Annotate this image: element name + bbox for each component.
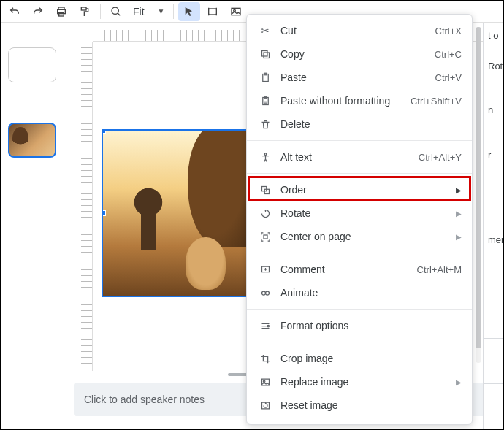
menu-shortcut: Ctrl+Alt+Y — [419, 152, 462, 163]
menu-shortcut: Ctrl+C — [435, 49, 462, 60]
select-tool-button[interactable] — [178, 2, 200, 21]
menu-item-center-on-page[interactable]: Center on page ▶ — [247, 225, 472, 248]
image-tool-button[interactable] — [225, 2, 247, 21]
menu-label: Reset image — [273, 399, 462, 411]
menu-label: Delete — [273, 118, 462, 130]
chevron-down-icon: ▼ — [158, 7, 165, 15]
toolbar-separator — [100, 4, 101, 19]
svg-point-23 — [263, 380, 265, 383]
menu-separator — [247, 309, 472, 310]
redo-button[interactable] — [27, 2, 49, 21]
menu-item-cut[interactable]: ✂ Cut Ctrl+X — [247, 19, 472, 42]
svg-rect-22 — [261, 379, 269, 385]
menu-item-order[interactable]: Order ▶ — [247, 178, 472, 201]
svg-rect-6 — [232, 8, 240, 15]
menu-label: Rotate — [273, 207, 451, 219]
menu-shortcut: Ctrl+X — [435, 26, 462, 37]
order-icon — [257, 185, 273, 196]
zoom-label: Fit — [133, 6, 145, 18]
paint-format-button[interactable] — [74, 2, 96, 21]
panel-separator — [484, 383, 503, 384]
menu-label: Crop image — [273, 353, 462, 364]
zoom-out-button[interactable] — [105, 2, 127, 21]
svg-rect-9 — [261, 50, 267, 56]
image-scenery — [186, 237, 226, 290]
slide-thumbnail-panel — [8, 47, 59, 198]
panel-text: Rota — [488, 61, 504, 72]
panel-text: men — [488, 234, 504, 245]
menu-shortcut: Ctrl+Shift+V — [411, 96, 462, 107]
selected-image[interactable] — [102, 129, 248, 297]
copy-icon — [257, 49, 273, 60]
textbox-tool-button[interactable] — [202, 2, 224, 21]
accessibility-icon — [257, 152, 273, 163]
context-menu-scrollbar[interactable] — [476, 27, 481, 363]
panel-text: t o — [488, 30, 498, 41]
panel-text: n — [488, 104, 493, 115]
menu-shortcut: Ctrl+Alt+M — [417, 264, 462, 275]
delete-icon — [257, 119, 273, 130]
panel-separator — [484, 338, 503, 339]
menu-item-format-options[interactable]: Format options — [247, 314, 472, 337]
menu-separator — [247, 253, 472, 253]
cut-icon: ✂ — [257, 25, 273, 37]
menu-item-reset-image[interactable]: Reset image — [247, 393, 472, 417]
svg-rect-17 — [264, 235, 267, 239]
menu-label: Comment — [273, 264, 417, 275]
menu-separator — [247, 342, 472, 342]
resize-handle[interactable] — [102, 210, 106, 216]
format-options-icon — [257, 320, 273, 331]
menu-item-crop-image[interactable]: Crop image — [247, 347, 472, 370]
resize-handle[interactable] — [102, 129, 106, 134]
svg-point-20 — [265, 291, 269, 295]
animate-icon — [257, 288, 273, 299]
menu-item-replace-image[interactable]: Replace image ▶ — [247, 370, 472, 393]
svg-rect-8 — [264, 53, 270, 58]
menu-label: Replace image — [273, 376, 451, 388]
svg-rect-5 — [209, 9, 217, 15]
menu-item-rotate[interactable]: Rotate ▶ — [247, 201, 472, 225]
center-icon — [257, 231, 273, 242]
submenu-arrow-icon: ▶ — [456, 186, 462, 194]
menu-item-animate[interactable]: Animate — [247, 281, 472, 304]
paste-plain-icon — [257, 96, 273, 107]
reset-image-icon — [257, 400, 273, 411]
rotate-icon — [257, 208, 273, 219]
print-button[interactable] — [50, 2, 72, 21]
resize-handle[interactable] — [102, 296, 106, 297]
menu-item-delete[interactable]: Delete — [247, 112, 472, 136]
menu-item-alt-text[interactable]: Alt text Ctrl+Alt+Y — [247, 145, 472, 169]
vertical-ruler — [81, 42, 93, 371]
panel-text: r — [488, 150, 491, 161]
menu-label: Format options — [273, 320, 462, 331]
submenu-arrow-icon: ▶ — [456, 378, 462, 386]
format-options-panel: t o Rota n r men — [483, 23, 503, 429]
replace-image-icon — [257, 377, 273, 388]
menu-item-copy[interactable]: Copy Ctrl+C — [247, 42, 472, 66]
svg-point-4 — [112, 7, 118, 14]
menu-label: Order — [273, 184, 451, 196]
menu-label: Paste without formatting — [273, 95, 411, 107]
submenu-arrow-icon: ▶ — [456, 210, 462, 218]
undo-button[interactable] — [4, 2, 26, 21]
menu-label: Paste — [273, 72, 435, 83]
crop-icon — [257, 353, 273, 364]
svg-rect-3 — [81, 7, 86, 10]
slide-thumbnail-active[interactable] — [8, 123, 56, 158]
menu-label: Animate — [273, 287, 462, 299]
svg-point-21 — [267, 325, 270, 327]
menu-item-paste-without-formatting[interactable]: Paste without formatting Ctrl+Shift+V — [247, 89, 472, 112]
menu-item-comment[interactable]: Comment Ctrl+Alt+M — [247, 258, 472, 281]
paste-icon — [257, 72, 273, 83]
slide-thumbnail[interactable] — [8, 47, 56, 82]
menu-label: Alt text — [273, 151, 419, 163]
zoom-dropdown[interactable]: Fit ▼ — [129, 2, 169, 21]
svg-point-19 — [261, 291, 265, 295]
menu-item-paste[interactable]: Paste Ctrl+V — [247, 66, 472, 89]
submenu-arrow-icon: ▶ — [456, 233, 462, 241]
image-scenery — [188, 129, 248, 247]
menu-label: Copy — [273, 48, 435, 60]
speaker-notes-placeholder: Click to add speaker notes — [84, 393, 205, 405]
context-menu: ✂ Cut Ctrl+X Copy Ctrl+C Paste Ctrl+V Pa… — [246, 14, 473, 425]
scrollbar-thumb[interactable] — [476, 27, 481, 348]
